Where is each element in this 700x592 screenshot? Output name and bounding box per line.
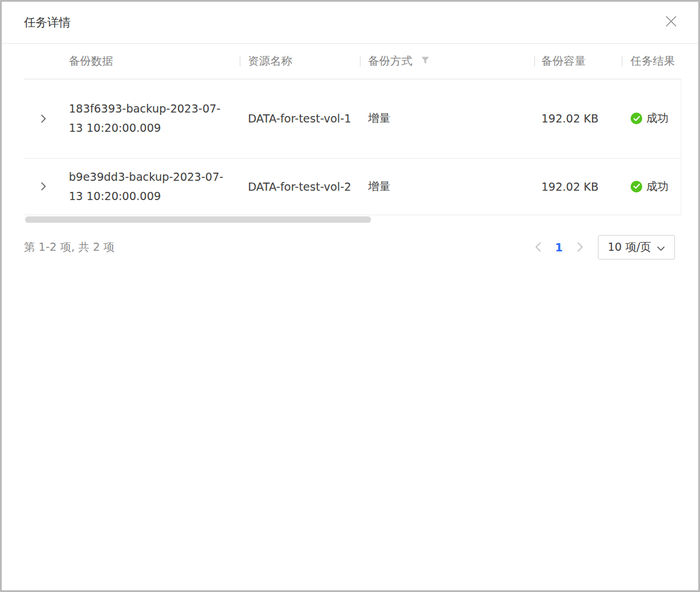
- backup-data-cell: 183f6393-backup-2023-07-13 10:20:00.009: [63, 79, 240, 158]
- pagination-summary: 第 1-2 项, 共 2 项: [24, 240, 114, 255]
- col-backup-capacity-label: 备份容量: [541, 54, 586, 67]
- resource-name-cell: DATA-for-test-vol-1: [240, 79, 360, 158]
- success-check-icon: [631, 181, 642, 192]
- backup-method-cell: 增量: [360, 158, 534, 215]
- modal-header: 任务详情: [2, 2, 698, 44]
- status-badge: 成功: [631, 179, 668, 194]
- backup-capacity-cell: 192.02 KB: [534, 79, 622, 158]
- close-icon: [665, 15, 677, 30]
- task-result-cell: 成功: [622, 158, 681, 215]
- expand-cell: [24, 79, 63, 158]
- column-separator: [360, 56, 360, 66]
- expand-cell: [24, 158, 63, 215]
- table-row: 183f6393-backup-2023-07-13 10:20:00.009 …: [24, 79, 681, 158]
- task-result-text: 成功: [646, 111, 668, 126]
- backup-data-cell: b9e39dd3-backup-2023-07-13 10:20:00.009: [63, 158, 240, 215]
- pagination-controls: 1 10 项/页: [529, 235, 675, 260]
- next-page-button[interactable]: [571, 239, 589, 256]
- col-backup-method-label: 备份方式: [368, 54, 412, 67]
- close-button[interactable]: [663, 15, 679, 31]
- pagination-bar: 第 1-2 项, 共 2 项 1 10 项/页: [2, 235, 698, 260]
- horizontal-scrollbar: [24, 216, 681, 223]
- col-backup-data: 备份数据: [63, 44, 240, 79]
- backup-capacity-cell: 192.02 KB: [534, 158, 622, 215]
- page-size-value: 10 项/页: [608, 240, 652, 255]
- table-header-row: 备份数据 资源名称 备份方式 备份容量: [24, 44, 681, 79]
- col-backup-method: 备份方式: [360, 44, 534, 79]
- filter-funnel-icon[interactable]: [421, 54, 429, 66]
- table-row: b9e39dd3-backup-2023-07-13 10:20:00.009 …: [24, 158, 681, 215]
- column-separator: [622, 56, 622, 66]
- column-separator: [240, 56, 240, 66]
- col-resource-name-label: 资源名称: [248, 54, 292, 67]
- col-task-result: 任务结果: [622, 44, 681, 79]
- col-backup-capacity: 备份容量: [534, 44, 622, 79]
- expand-row-button[interactable]: [37, 111, 51, 125]
- expand-row-button[interactable]: [37, 180, 51, 194]
- horizontal-scrollbar-thumb[interactable]: [25, 216, 371, 223]
- task-result-cell: 成功: [622, 79, 681, 158]
- page-number-current[interactable]: 1: [549, 237, 569, 257]
- page-size-select[interactable]: 10 项/页: [598, 235, 675, 260]
- col-expand: [24, 44, 63, 79]
- success-check-icon: [631, 113, 642, 124]
- status-badge: 成功: [631, 111, 668, 126]
- prev-page-button[interactable]: [529, 239, 547, 256]
- col-task-result-label: 任务结果: [631, 54, 675, 67]
- backup-method-cell: 增量: [360, 79, 534, 158]
- resource-name-cell: DATA-for-test-vol-2: [240, 158, 360, 215]
- col-backup-data-label: 备份数据: [69, 54, 113, 67]
- col-resource-name: 资源名称: [240, 44, 360, 79]
- column-separator: [534, 56, 535, 66]
- modal-title: 任务详情: [24, 15, 71, 30]
- task-result-text: 成功: [646, 179, 668, 194]
- chevron-down-icon: [657, 241, 665, 254]
- backup-task-table: 备份数据 资源名称 备份方式 备份容量: [24, 44, 681, 215]
